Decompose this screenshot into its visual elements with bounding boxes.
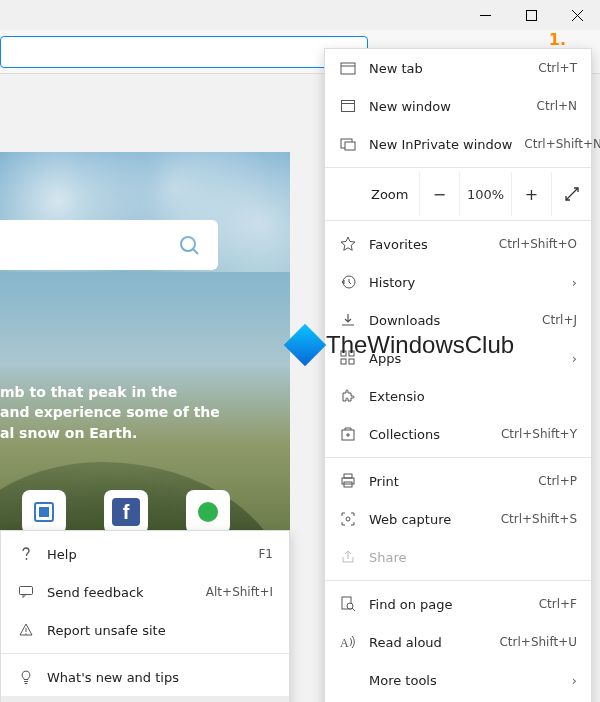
extensions-icon [339, 387, 357, 405]
menu-item-web-capture[interactable]: Web capture Ctrl+Shift+S [325, 500, 591, 538]
zoom-out-button[interactable]: − [419, 172, 459, 216]
chevron-right-icon: › [572, 275, 577, 290]
settings-and-more-menu: New tab Ctrl+T New window Ctrl+N New InP… [324, 48, 592, 702]
zoom-level: 100% [459, 172, 511, 216]
menu-separator [325, 457, 591, 458]
menu-item-read-aloud[interactable]: A Read aloud Ctrl+Shift+U [325, 623, 591, 661]
watermark-text: TheWindowsClub [326, 331, 514, 359]
svg-rect-14 [342, 101, 355, 112]
submenu-item-report-unsafe[interactable]: Report unsafe site [1, 611, 289, 649]
menu-item-print[interactable]: Print Ctrl+P [325, 462, 591, 500]
menu-item-new-tab[interactable]: New tab Ctrl+T [325, 49, 591, 87]
fullscreen-button[interactable] [551, 172, 591, 216]
svg-point-11 [198, 502, 218, 522]
submenu-item-about-edge[interactable]: About Microsoft Edge 3. [1, 696, 289, 702]
submenu-item-send-feedback[interactable]: Send feedback Alt+Shift+I [1, 573, 289, 611]
svg-rect-10 [39, 507, 49, 517]
svg-point-38 [25, 633, 26, 634]
help-icon [17, 545, 35, 563]
svg-line-8 [193, 249, 198, 254]
chevron-right-icon: › [572, 673, 577, 688]
print-icon [339, 472, 357, 490]
feedback-icon [17, 583, 35, 601]
web-capture-icon [339, 510, 357, 528]
menu-item-history[interactable]: History › [325, 263, 591, 301]
svg-rect-36 [20, 587, 33, 595]
menu-item-more-tools[interactable]: More tools › [325, 661, 591, 699]
menu-separator [325, 220, 591, 221]
fullscreen-icon [565, 187, 579, 201]
share-icon [339, 548, 357, 566]
menu-item-favorites[interactable]: Favorites Ctrl+Shift+O [325, 225, 591, 263]
download-icon [339, 311, 357, 329]
svg-rect-12 [341, 63, 355, 74]
menu-separator [325, 167, 591, 168]
svg-line-18 [566, 188, 578, 200]
quick-link-facebook[interactable]: f [104, 490, 148, 534]
svg-rect-17 [345, 142, 355, 150]
menu-zoom-controls: Zoom − 100% + [325, 172, 591, 216]
menu-item-new-inprivate[interactable]: New InPrivate window Ctrl+Shift+N [325, 125, 591, 163]
ntp-image-credit: mb to that peak in the and experience so… [0, 382, 258, 443]
warning-icon [17, 621, 35, 639]
search-icon [178, 234, 200, 256]
read-aloud-icon: A [339, 633, 357, 651]
svg-rect-1 [526, 10, 536, 20]
help-and-feedback-submenu: Help F1 Send feedback Alt+Shift+I Report… [0, 530, 290, 702]
menu-item-share: Share [325, 538, 591, 576]
zoom-label: Zoom [325, 187, 419, 202]
window-maximize-button[interactable] [508, 0, 554, 30]
chevron-right-icon: › [572, 351, 577, 366]
star-icon [339, 235, 357, 253]
zoom-in-button[interactable]: + [511, 172, 551, 216]
window-minimize-button[interactable] [462, 0, 508, 30]
menu-item-find-on-page[interactable]: Find on page Ctrl+F [325, 585, 591, 623]
submenu-item-whats-new[interactable]: What's new and tips [1, 658, 289, 696]
history-icon [339, 273, 357, 291]
svg-point-28 [346, 517, 350, 521]
svg-text:A: A [340, 636, 349, 650]
find-icon [339, 595, 357, 613]
ntp-search-box[interactable] [0, 220, 218, 270]
annotation-1: 1. [549, 30, 566, 49]
svg-point-35 [26, 558, 28, 560]
collections-icon [339, 425, 357, 443]
window-titlebar [0, 0, 600, 30]
window-close-button[interactable] [554, 0, 600, 30]
svg-rect-25 [344, 474, 352, 478]
inprivate-icon [339, 135, 357, 153]
menu-separator [1, 653, 289, 654]
menu-separator [325, 580, 591, 581]
address-bar[interactable] [0, 36, 368, 68]
lightbulb-icon [17, 668, 35, 686]
menu-item-extensions[interactable]: Extensio [325, 377, 591, 415]
quick-link-tile[interactable] [186, 490, 230, 534]
quick-link-tile[interactable] [22, 490, 66, 534]
new-window-icon [339, 97, 357, 115]
menu-item-new-window[interactable]: New window Ctrl+N [325, 87, 591, 125]
svg-point-7 [181, 237, 195, 251]
menu-item-collections[interactable]: Collections Ctrl+Shift+Y [325, 415, 591, 453]
new-tab-icon [339, 59, 357, 77]
svg-line-31 [352, 608, 355, 611]
watermark-logo-icon [284, 324, 326, 366]
watermark: TheWindowsClub [290, 330, 514, 360]
submenu-item-help[interactable]: Help F1 [1, 535, 289, 573]
ntp-quick-links: f [22, 490, 230, 534]
